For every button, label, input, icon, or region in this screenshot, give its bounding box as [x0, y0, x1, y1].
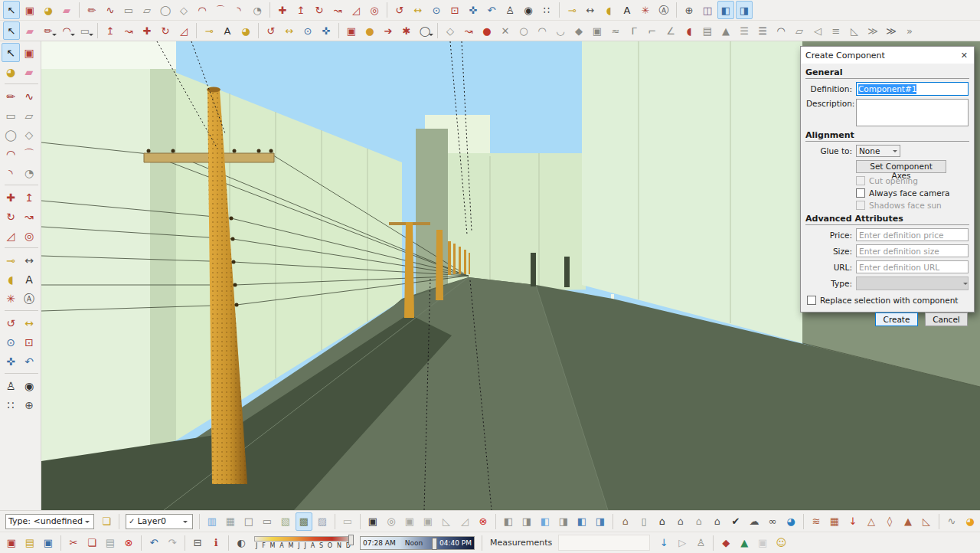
rotate-tool[interactable]: ↻ [311, 1, 328, 19]
two-point-arc-tool[interactable]: ⌒ [212, 1, 229, 19]
play-animation-tool[interactable]: ▷ [674, 534, 691, 552]
zoom-extents-tool[interactable]: ✜ [318, 21, 335, 40]
scale-tool[interactable]: ◿ [2, 226, 20, 245]
zoom-window-tool[interactable]: ⊡ [446, 1, 463, 19]
zoom-extents-tool[interactable]: ✜ [465, 1, 482, 19]
component-smiley-tool[interactable]: ☺ [773, 534, 789, 552]
paste-tool[interactable]: ▤ [102, 534, 119, 552]
eraser-tool[interactable]: ▰ [20, 62, 38, 81]
undo-tool[interactable]: ↶ [145, 534, 162, 552]
plugin-fence-b-tool[interactable]: ☰ [754, 21, 771, 40]
account-tool[interactable]: ◯ [416, 21, 433, 40]
home-tool[interactable]: ⌂ [654, 512, 671, 531]
shaded-with-textures-tool[interactable]: ▩ [296, 512, 312, 531]
plugin-corner-b-tool[interactable]: ⌐ [644, 21, 661, 40]
plugin-arrow-tool[interactable]: ◁ [809, 21, 826, 40]
camera-b-tool[interactable]: ▣ [420, 512, 436, 531]
two-point-arc-tool[interactable]: ⌒ [20, 144, 38, 163]
close-icon[interactable]: ✕ [959, 51, 969, 61]
line-tool[interactable]: ✏ [40, 21, 57, 40]
stamp-tool[interactable]: △ [863, 512, 880, 531]
paint-bucket-tool[interactable]: ◕ [237, 21, 254, 40]
plugin-plane-b-tool[interactable]: ≫ [864, 21, 881, 40]
position-camera-tool[interactable]: ♙ [501, 1, 518, 19]
create-camera-tool[interactable]: ▣ [364, 512, 381, 531]
plugin-dome-tool[interactable]: ◠ [773, 21, 789, 40]
shadows-toggle-tool[interactable]: ◐ [233, 534, 250, 552]
display-section-fill-tool[interactable]: ◨ [736, 1, 753, 19]
set-component-axes-button[interactable]: Set Component Axes [856, 160, 946, 173]
orbit-tool[interactable]: ↺ [263, 21, 279, 40]
follow-me-tool[interactable]: ↝ [120, 21, 137, 40]
pan-tool[interactable]: ↔ [281, 21, 298, 40]
offset-tool[interactable]: ◎ [20, 226, 38, 245]
tape-measure-tool[interactable]: ⊸ [564, 1, 580, 19]
move-tool[interactable]: ✚ [274, 1, 291, 19]
plugin-angle-tool[interactable]: ∠ [662, 21, 679, 40]
smoove-tool[interactable]: ↓ [844, 512, 861, 531]
walk-tool[interactable]: ∷ [538, 1, 555, 19]
paint-bucket-tool[interactable]: ◕ [40, 1, 57, 19]
three-d-warehouse-tool[interactable]: ▣ [343, 21, 360, 40]
open-file-tool[interactable]: ▤ [21, 534, 38, 552]
select-tool[interactable]: ↖ [2, 43, 20, 62]
cancel-button[interactable]: Cancel [925, 312, 968, 326]
push-pull-tool[interactable]: ↥ [102, 21, 119, 40]
new-file-tool[interactable]: ▣ [3, 534, 20, 552]
freehand-tool[interactable]: ∿ [102, 1, 119, 19]
previous-view-tool[interactable]: ↶ [483, 1, 500, 19]
plugin-offset-surface-tool[interactable]: ◠ [534, 21, 550, 40]
scale-tool[interactable]: ◿ [175, 21, 192, 40]
polygon-tool[interactable]: ◇ [175, 1, 192, 19]
plugin-plane-d-tool[interactable]: » [901, 21, 918, 40]
cut-tool[interactable]: ✂ [65, 534, 82, 552]
display-section-cuts-tool[interactable]: ◧ [717, 1, 734, 19]
shed-tool[interactable]: ⌂ [709, 512, 726, 531]
always-face-camera-checkbox[interactable] [856, 188, 865, 198]
cabinet-tool[interactable]: ▯ [635, 512, 652, 531]
shadow-date-slider[interactable]: JFMAMJJASOND [254, 535, 352, 551]
push-pull-tool[interactable]: ↥ [20, 188, 38, 207]
dialog-titlebar[interactable]: Create Component ✕ [801, 47, 974, 64]
text-tool-tool[interactable]: A [619, 1, 635, 19]
move-tool[interactable]: ✚ [139, 21, 155, 40]
from-scratch-tool[interactable]: ▦ [826, 512, 843, 531]
zoom-window-tool[interactable]: ⊡ [20, 332, 38, 352]
look-through-camera-tool[interactable]: ◎ [383, 512, 400, 531]
plugin-panel-tool[interactable]: ▱ [791, 21, 808, 40]
plugin-solid-tool[interactable]: ◆ [570, 21, 587, 40]
eraser-tool[interactable]: ▰ [21, 21, 38, 40]
house-c-tool[interactable]: ⌂ [691, 512, 707, 531]
plugin-cone-tool[interactable]: ▲ [717, 21, 734, 40]
circle-tool[interactable]: ◯ [157, 1, 174, 19]
redo-tool[interactable]: ↷ [164, 534, 181, 552]
zoom-tool[interactable]: ⊙ [428, 1, 445, 19]
move-tool[interactable]: ✚ [2, 188, 20, 207]
section-display-tool[interactable]: ◫ [699, 1, 716, 19]
walk-tool[interactable]: ∷ [2, 395, 20, 414]
frustum-b-tool[interactable]: ◿ [456, 512, 473, 531]
freehand-tool[interactable]: ∿ [20, 87, 38, 106]
cloud-upload-tool[interactable]: ☁ [746, 512, 763, 531]
save-file-tool[interactable]: ▣ [40, 534, 57, 552]
wireframe-tool[interactable]: □ [240, 512, 257, 531]
date-slider-handle[interactable] [348, 535, 354, 545]
tool-dropdown-caret-icon[interactable] [70, 34, 75, 38]
look-around-tool[interactable]: ◉ [20, 376, 38, 395]
section-plane-tool[interactable]: ⊕ [20, 395, 38, 414]
zoom-extents-tool[interactable]: ✜ [2, 352, 20, 371]
drape-tool[interactable]: ◊ [881, 512, 898, 531]
match-photo-e-tool[interactable]: ◧ [573, 512, 590, 531]
size-input[interactable] [856, 244, 969, 257]
match-photo-c-tool[interactable]: ◧ [537, 512, 554, 531]
house-a-tool[interactable]: ⌂ [617, 512, 634, 531]
line-tool[interactable]: ✏ [2, 87, 20, 106]
insert-component-tool[interactable]: ↓ [655, 534, 672, 552]
flip-edge-tool[interactable]: ◺ [918, 512, 935, 531]
dimension-tool[interactable]: ↔ [582, 1, 599, 19]
component-disabled-tool[interactable]: ▣ [754, 534, 771, 552]
measurements-input[interactable] [558, 535, 650, 551]
text-tool-tool[interactable]: A [20, 270, 38, 289]
plugin-weld-tool[interactable]: ● [479, 21, 495, 40]
camera-a-tool[interactable]: ▣ [401, 512, 418, 531]
